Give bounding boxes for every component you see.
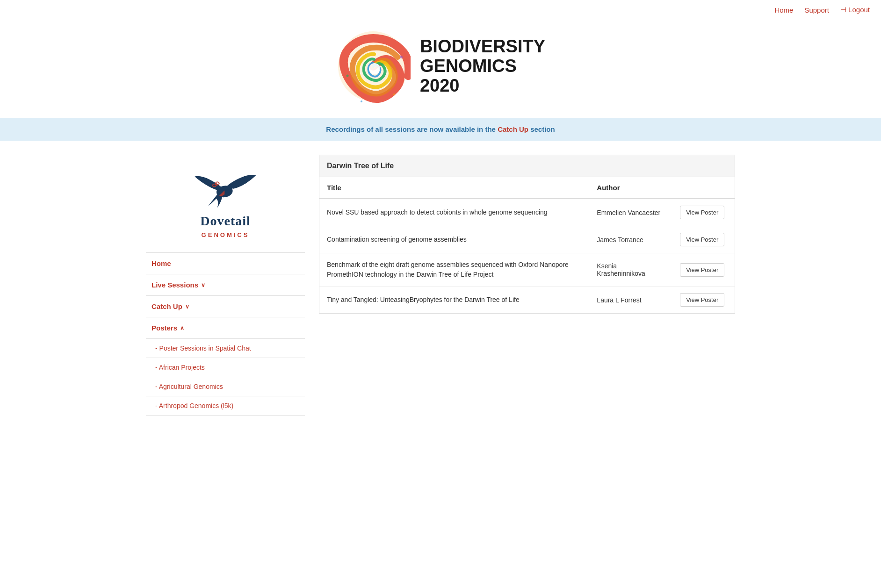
catch-up-chevron: ∨ (185, 303, 189, 310)
top-navigation: Home Support ⊣ Logout (0, 0, 881, 20)
poster-action: View Poster (672, 199, 735, 226)
biodiversity-logo-spiral: 🐛 (336, 29, 411, 104)
section-title: Darwin Tree of Life (319, 155, 735, 177)
dovetail-bird-icon (193, 164, 258, 211)
site-title: BIODIVERSITY GENOMICS 2020 (420, 37, 545, 95)
svg-point-6 (361, 100, 362, 102)
poster-title: Tiny and Tangled: UnteasingBryophytes fo… (319, 287, 590, 314)
poster-action: View Poster (672, 253, 735, 287)
table-row: Tiny and Tangled: UnteasingBryophytes fo… (319, 287, 735, 314)
svg-point-2 (400, 56, 403, 58)
sidebar-item-posters[interactable]: Posters ∧ (146, 317, 305, 339)
svg-point-4 (346, 75, 348, 77)
sidebar-item-catch-up[interactable]: Catch Up ∨ (146, 296, 305, 317)
logout-icon: ⊣ (840, 6, 848, 14)
poster-action: View Poster (672, 226, 735, 253)
main-content: Darwin Tree of Life Title Author Novel S… (305, 155, 735, 416)
view-poster-button[interactable]: View Poster (680, 206, 724, 219)
table-row: Benchmark of the eight draft genome asse… (319, 253, 735, 287)
view-poster-button[interactable]: View Poster (680, 263, 724, 277)
announcement-banner: Recordings of all sessions are now avail… (0, 118, 881, 141)
poster-author: James Torrance (589, 226, 672, 253)
sidebar-sub-african-projects[interactable]: - African Projects (146, 358, 305, 377)
col-header-author: Author (589, 177, 672, 199)
poster-title: Benchmark of the eight draft genome asse… (319, 253, 590, 287)
main-layout: Dovetail GENOMICS Home Live Sessions ∨ C… (137, 155, 744, 416)
svg-point-5 (393, 93, 395, 95)
sidebar-item-home[interactable]: Home (146, 253, 305, 274)
sidebar: Dovetail GENOMICS Home Live Sessions ∨ C… (146, 155, 305, 416)
svg-point-3 (351, 49, 353, 51)
logout-nav-link[interactable]: ⊣ Logout (840, 6, 870, 14)
poster-author: Ksenia Krasheninnikova (589, 253, 672, 287)
posters-chevron: ∧ (180, 325, 184, 331)
col-header-action (672, 177, 735, 199)
home-nav-link[interactable]: Home (774, 6, 793, 14)
sidebar-sub-poster-sessions[interactable]: - Poster Sessions in Spatial Chat (146, 339, 305, 358)
table-row: Contamination screening of genome assemb… (319, 226, 735, 253)
col-header-title: Title (319, 177, 590, 199)
poster-action: View Poster (672, 287, 735, 314)
catchup-link[interactable]: Catch Up (498, 125, 528, 133)
svg-point-1 (369, 63, 380, 74)
support-nav-link[interactable]: Support (804, 6, 829, 14)
table-row: Novel SSU based approach to detect cobio… (319, 199, 735, 226)
poster-title: Novel SSU based approach to detect cobio… (319, 199, 590, 226)
poster-table: Title Author Novel SSU based approach to… (319, 177, 735, 314)
view-poster-button[interactable]: View Poster (680, 293, 724, 307)
live-sessions-chevron: ∨ (201, 282, 205, 288)
view-poster-button[interactable]: View Poster (680, 233, 724, 246)
dovetail-logo: Dovetail GENOMICS (193, 164, 258, 238)
poster-author: Emmelien Vancaester (589, 199, 672, 226)
poster-title: Contamination screening of genome assemb… (319, 226, 590, 253)
sidebar-sub-agricultural-genomics[interactable]: - Agricultural Genomics (146, 377, 305, 396)
sidebar-item-live-sessions[interactable]: Live Sessions ∨ (146, 274, 305, 296)
sidebar-sub-arthropod-genomics[interactable]: - Arthropod Genomics (l5k) (146, 396, 305, 416)
sidebar-nav: Home Live Sessions ∨ Catch Up ∨ Posters … (146, 252, 305, 416)
sponsor-logo-area: Dovetail GENOMICS (146, 155, 305, 252)
poster-author: Laura L Forrest (589, 287, 672, 314)
site-header: 🐛 BIODIVERSITY GENOMICS 2020 (0, 20, 881, 118)
